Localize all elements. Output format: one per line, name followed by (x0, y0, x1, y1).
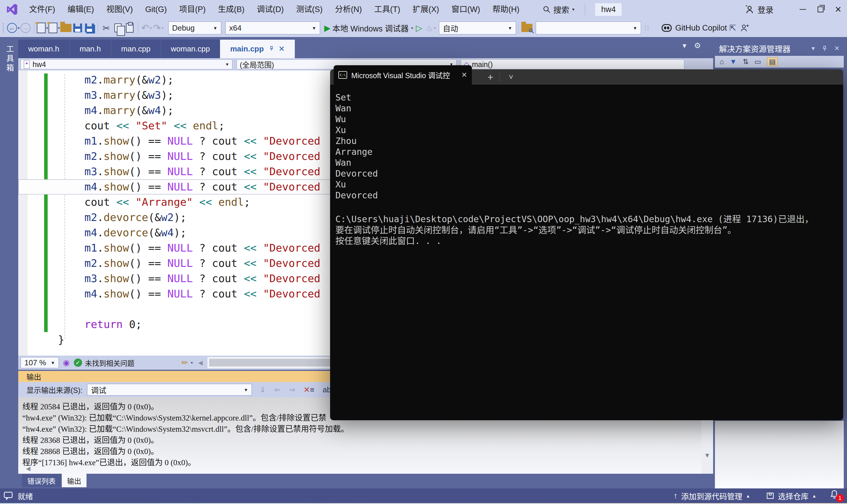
code-token (257, 165, 263, 178)
solution-config-dropdown[interactable]: Debug▼ (168, 21, 221, 34)
notifications-button[interactable]: 1 (829, 489, 842, 502)
menu-item[interactable]: 文件(F) (23, 0, 61, 19)
save-all-button[interactable] (84, 21, 95, 35)
editor-tab-man-cpp[interactable]: man.cpp (111, 40, 161, 58)
hot-reload-button[interactable]: ♨▾ (425, 21, 437, 35)
window-position-chevron-icon[interactable]: ▾ (812, 45, 815, 52)
menu-item[interactable]: 调试(D) (250, 0, 290, 19)
toolbox-strip[interactable]: 工具箱 (0, 40, 18, 474)
code-token: marry (104, 104, 135, 116)
start-without-debug-button[interactable]: ▷ (413, 21, 425, 35)
menu-item[interactable]: 视图(V) (100, 0, 139, 19)
terminal-tab-close-icon[interactable]: ✕ (461, 71, 467, 79)
code-cleanup-icon[interactable]: ✏ (182, 358, 188, 367)
code-token: << (116, 120, 129, 132)
menu-item[interactable]: 项目(P) (173, 0, 212, 19)
copy-button[interactable] (112, 21, 124, 35)
suggestions-icon[interactable]: ◉ (63, 358, 70, 367)
solution-explorer-header[interactable]: 解决方案资源管理器 ▾ ✕ (715, 41, 844, 56)
feedback-button[interactable] (739, 21, 750, 35)
project-dropdown[interactable]: ⁺ hw4 ▼ (21, 59, 232, 69)
hscroll-left-arrow[interactable]: ◀ (198, 359, 203, 366)
sync-icon[interactable]: ⇅ (743, 58, 748, 66)
terminal-tab[interactable]: C:\ Microsoft Visual Studio 调试控 ✕ (334, 65, 472, 85)
panel-tab-error-list[interactable]: 错误列表 (22, 474, 61, 487)
sign-in-button[interactable]: 登录 (745, 4, 774, 15)
editor-tab-woman-h[interactable]: woman.h (18, 40, 70, 58)
divider (585, 3, 585, 15)
navigate-forward-button[interactable]: → (20, 21, 32, 35)
prev-message-icon[interactable]: ⇐ (274, 385, 281, 394)
search-control[interactable]: 搜索 ▾ (543, 4, 574, 15)
home-icon[interactable]: ⌂ (720, 58, 724, 66)
cut-button[interactable]: ✂ (100, 21, 112, 35)
play-icon: ▶ (324, 23, 331, 33)
menu-item[interactable]: 帮助(H) (486, 0, 525, 19)
filter-icon[interactable]: ▼ (730, 58, 737, 66)
output-source-dropdown[interactable]: 调试▼ (87, 384, 252, 396)
add-to-source-control-button[interactable]: ↑ 添加到源代码管理 ▲ (673, 490, 750, 501)
find-in-files-button[interactable] (521, 21, 533, 35)
save-button[interactable] (72, 21, 84, 35)
navigate-back-button[interactable]: ←▾ (7, 21, 20, 35)
terminal-new-tab-button[interactable]: + (483, 69, 498, 85)
toolbar-grip[interactable] (2, 23, 4, 33)
open-file-button[interactable] (60, 21, 72, 35)
menu-item[interactable]: 测试(S) (290, 0, 329, 19)
tab-close-icon[interactable]: ✕ (279, 44, 285, 53)
minimize-button[interactable] (794, 0, 812, 19)
search-dropdown[interactable]: ▼ (536, 21, 641, 34)
share-button[interactable]: ⇱ (727, 21, 739, 35)
hot-reload-mode-dropdown[interactable]: 自动▼ (439, 21, 516, 34)
terminal-tab-dropdown-icon[interactable]: ˅ (504, 69, 518, 85)
menu-item[interactable]: 分析(N) (329, 0, 368, 19)
editor-tab-woman-cpp[interactable]: woman.cpp (161, 40, 220, 58)
tablist-chevron-icon[interactable]: ▾ (682, 41, 686, 50)
close-button[interactable]: × (829, 0, 847, 19)
menu-item[interactable]: 窗口(W) (445, 0, 486, 19)
panel-tab-output[interactable]: 输出 (62, 474, 86, 487)
terminal-output[interactable]: SetWanWuXuZhouArrangeWanDevorcedXuDevorc… (330, 85, 843, 420)
start-debug-button[interactable]: ▶ 本地 Windows 调试器 ▾ (324, 21, 413, 35)
show-all-files-icon[interactable]: ▤ (767, 57, 778, 66)
editor-tab-main-cpp[interactable]: main.cpp✕ (220, 40, 295, 58)
terminal-tab-title: Microsoft Visual Studio 调试控 (351, 70, 450, 80)
menu-item[interactable]: 生成(B) (212, 0, 250, 19)
redo-button[interactable]: ↷▾ (152, 21, 164, 35)
code-token (257, 288, 263, 300)
menu-item[interactable]: 工具(T) (368, 0, 406, 19)
select-repository-button[interactable]: 选择仓库 ▲ (766, 490, 816, 501)
undo-button[interactable]: ↶▾ (141, 21, 152, 35)
multicaret-icon[interactable]: ⁞⁞ (641, 21, 653, 35)
editor-tab-man-h[interactable]: man.h (70, 40, 111, 58)
settings-gear-icon[interactable]: ⚙ (694, 41, 701, 50)
message-bubble-icon[interactable] (3, 491, 13, 500)
close-panel-icon[interactable]: ✕ (834, 45, 840, 52)
pin-icon[interactable] (822, 45, 828, 52)
close-icon: × (835, 4, 841, 15)
code-token: cout (84, 120, 116, 132)
debug-console-window[interactable]: C:\ Microsoft Visual Studio 调试控 ✕ + ˅ Se… (330, 65, 843, 420)
status-message: 就绪 (18, 490, 33, 501)
zoom-dropdown[interactable]: 107 %▼ (21, 357, 59, 368)
code-token: << (244, 135, 257, 147)
pin-icon[interactable] (264, 44, 275, 53)
menu-item[interactable]: Git(G) (139, 0, 173, 19)
clear-output-icon[interactable]: ✕≡ (304, 385, 314, 394)
github-copilot-button[interactable]: GitHub Copilot (662, 21, 727, 35)
divider (500, 73, 500, 81)
solution-explorer-body[interactable] (715, 421, 844, 488)
next-message-icon[interactable]: ⇒ (289, 385, 295, 394)
collapse-all-icon[interactable]: ▭ (754, 58, 761, 66)
menu-item[interactable]: 扩展(X) (406, 0, 445, 19)
code-token (187, 120, 193, 132)
solution-badge[interactable]: hw4 (595, 3, 622, 16)
output-hscroll-left-arrow[interactable]: ◀ (26, 465, 30, 472)
goto-message-icon[interactable]: ⇓ (259, 385, 266, 394)
platform-dropdown[interactable]: x64▼ (225, 21, 320, 34)
new-file-button[interactable]: ✶▾ (48, 21, 60, 35)
output-log-line: “hw4.exe” (Win32): 已加载“C:\Windows\System… (22, 411, 326, 423)
paste-button[interactable] (124, 21, 136, 35)
restore-button[interactable] (812, 0, 829, 19)
menu-item[interactable]: 编辑(E) (61, 0, 100, 19)
